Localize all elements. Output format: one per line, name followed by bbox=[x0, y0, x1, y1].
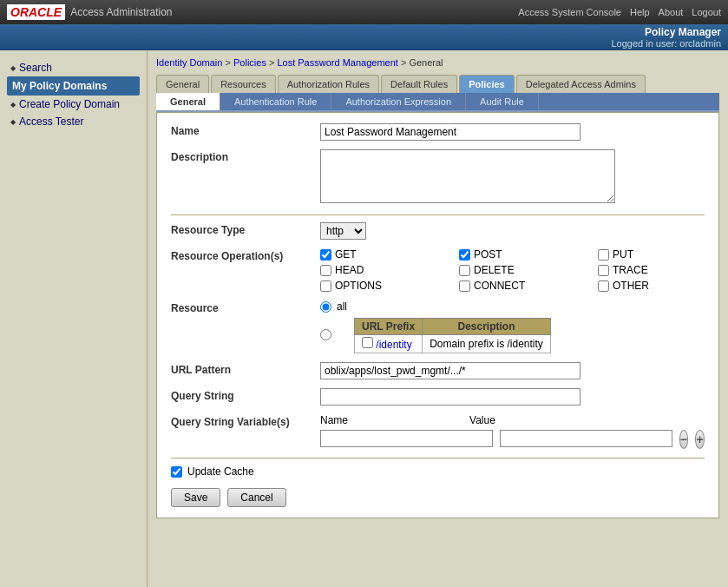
label-post: POST bbox=[474, 248, 502, 261]
access-system-console-link[interactable]: Access System Console bbox=[518, 7, 621, 17]
about-link[interactable]: About bbox=[659, 7, 684, 17]
resource-area: all URL Prefix Description bbox=[320, 300, 705, 353]
my-policy-domains-link[interactable]: My Policy Domains bbox=[12, 80, 107, 92]
qs-vars-label: Query String Variable(s) bbox=[171, 414, 310, 428]
qs-name-col-label: Name bbox=[320, 414, 348, 426]
sidebar-item-create-policy-domain[interactable]: ◆ Create Policy Domain bbox=[7, 96, 140, 113]
url-pattern-input[interactable] bbox=[320, 362, 580, 379]
url-pattern-field bbox=[320, 362, 705, 379]
checkbox-connect[interactable] bbox=[459, 280, 470, 292]
bullet-icon: ◆ bbox=[10, 64, 16, 72]
action-buttons: Save Cancel bbox=[171, 488, 705, 507]
qs-inputs-row: − + bbox=[320, 430, 705, 449]
help-link[interactable]: Help bbox=[630, 7, 650, 17]
top-nav: Access System Console Help About Logout bbox=[518, 7, 721, 17]
resource-label: Resource bbox=[171, 300, 310, 314]
qs-name-input[interactable] bbox=[320, 430, 493, 447]
logout-link[interactable]: Logout bbox=[692, 7, 721, 17]
tab-general[interactable]: General bbox=[156, 75, 209, 93]
tab-inner-general[interactable]: General bbox=[156, 93, 220, 110]
op-other: OTHER bbox=[598, 280, 728, 292]
breadcrumb-identity-domain[interactable]: Identity Domain bbox=[156, 57, 222, 68]
name-input[interactable] bbox=[320, 123, 580, 141]
update-cache-label: Update Cache bbox=[187, 465, 254, 478]
checkbox-put[interactable] bbox=[598, 249, 609, 261]
op-get: GET bbox=[320, 248, 459, 261]
url-pattern-label: URL Pattern bbox=[171, 362, 310, 376]
resource-type-field: http https bbox=[320, 222, 705, 240]
url-table-header-desc: Description bbox=[423, 319, 551, 335]
label-head: HEAD bbox=[335, 264, 364, 276]
breadcrumb-policies[interactable]: Policies bbox=[233, 57, 266, 68]
divider-2 bbox=[171, 458, 705, 458]
resource-operations-row: Resource Operation(s) GET POST bbox=[171, 248, 705, 292]
description-textarea[interactable] bbox=[320, 149, 615, 203]
checkbox-head[interactable] bbox=[320, 265, 331, 276]
tab-inner-authorization-expression[interactable]: Authorization Expression bbox=[331, 93, 466, 110]
label-put: PUT bbox=[613, 248, 633, 261]
tab-authorization-rules[interactable]: Authorization Rules bbox=[278, 75, 379, 93]
breadcrumb: Identity Domain > Policies > Lost Passwo… bbox=[156, 57, 719, 68]
search-link[interactable]: Search bbox=[19, 62, 52, 74]
sidebar-item-search[interactable]: ◆ Search bbox=[7, 59, 140, 76]
tab-inner-audit-rule[interactable]: Audit Rule bbox=[466, 93, 539, 110]
breadcrumb-lost-password[interactable]: Lost Password Management bbox=[277, 57, 397, 68]
label-trace: TRACE bbox=[613, 264, 648, 276]
tab-default-rules[interactable]: Default Rules bbox=[381, 75, 457, 93]
update-cache-row: Update Cache bbox=[171, 465, 705, 478]
resource-url-radio[interactable] bbox=[320, 329, 331, 340]
url-prefix-cell: /identity bbox=[355, 335, 423, 353]
cancel-button[interactable]: Cancel bbox=[227, 488, 285, 507]
resource-type-select[interactable]: http https bbox=[320, 222, 366, 240]
main-layout: ◆ Search My Policy Domains ◆ Create Poli… bbox=[0, 50, 728, 587]
tab-inner-authentication-rule[interactable]: Authentication Rule bbox=[220, 93, 331, 110]
description-field bbox=[320, 149, 705, 206]
checkbox-delete[interactable] bbox=[459, 265, 470, 276]
checkbox-group: GET POST PUT HEAD bbox=[320, 248, 728, 292]
checkbox-get[interactable] bbox=[320, 249, 331, 261]
resource-type-label: Resource Type bbox=[171, 222, 310, 236]
sidebar-item-access-tester[interactable]: ◆ Access Tester bbox=[7, 113, 140, 130]
qs-vars-row: Query String Variable(s) Name Value − + bbox=[171, 414, 705, 449]
op-trace: TRACE bbox=[598, 264, 728, 276]
policy-manager-title: Policy Manager bbox=[7, 26, 721, 38]
sidebar: ◆ Search My Policy Domains ◆ Create Poli… bbox=[0, 50, 148, 587]
qs-value-col-label: Value bbox=[469, 414, 495, 426]
logo-area: ORACLE Access Administration bbox=[7, 4, 173, 20]
qs-value-input[interactable] bbox=[500, 430, 672, 447]
query-string-input[interactable] bbox=[320, 388, 580, 406]
breadcrumb-current: General bbox=[409, 57, 443, 68]
label-other: OTHER bbox=[613, 280, 649, 292]
checkbox-trace[interactable] bbox=[598, 265, 609, 276]
tab-resources[interactable]: Resources bbox=[211, 75, 276, 93]
tab-delegated-access-admins[interactable]: Delegated Access Admins bbox=[516, 75, 646, 93]
top-header: ORACLE Access Administration Access Syst… bbox=[0, 0, 728, 24]
remove-qs-button[interactable]: − bbox=[679, 430, 689, 449]
tab-policies[interactable]: Policies bbox=[459, 75, 515, 93]
checkbox-other[interactable] bbox=[598, 280, 609, 292]
create-policy-domain-link[interactable]: Create Policy Domain bbox=[19, 98, 120, 110]
checkbox-post[interactable] bbox=[459, 249, 470, 261]
divider-1 bbox=[171, 214, 705, 215]
url-table: URL Prefix Description /identity bbox=[354, 318, 551, 353]
url-prefix-link[interactable]: /identity bbox=[376, 339, 411, 351]
url-desc-cell: Domain prefix is /identity bbox=[423, 335, 551, 353]
access-tester-link[interactable]: Access Tester bbox=[19, 115, 83, 128]
sidebar-item-my-policy-domains[interactable]: My Policy Domains bbox=[7, 76, 140, 96]
description-row: Description bbox=[171, 149, 705, 206]
qs-vars-field: Name Value − + bbox=[320, 414, 705, 449]
update-cache-checkbox[interactable] bbox=[171, 466, 182, 478]
op-put: PUT bbox=[598, 248, 728, 261]
resource-all-label: all bbox=[337, 300, 347, 313]
resource-all-radio[interactable] bbox=[320, 301, 331, 313]
tabs-outer: General Resources Authorization Rules De… bbox=[156, 75, 719, 93]
resource-operations-label: Resource Operation(s) bbox=[171, 248, 310, 262]
add-qs-button[interactable]: + bbox=[695, 430, 705, 449]
checkbox-options[interactable] bbox=[320, 280, 331, 292]
url-row-checkbox[interactable] bbox=[362, 337, 373, 348]
url-table-header-prefix: URL Prefix bbox=[355, 319, 423, 335]
policy-bar: Policy Manager Logged in user: orcladmin bbox=[0, 24, 728, 50]
save-button[interactable]: Save bbox=[171, 488, 220, 507]
name-row: Name bbox=[171, 123, 705, 141]
bullet-icon-2: ◆ bbox=[10, 101, 16, 109]
